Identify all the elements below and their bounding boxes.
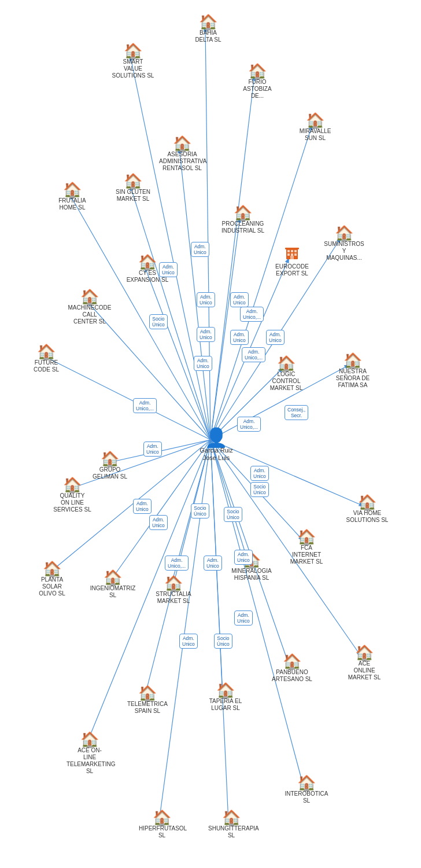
company-node-shungitterapia[interactable]: 🏠SHUNGITTERAPIASL: [208, 810, 254, 839]
company-node-telemetrica[interactable]: 🏠TELEMETRICASPAIN SL: [124, 686, 171, 715]
building-icon: 🏠: [234, 205, 252, 220]
center-node[interactable]: 👤 Garcia RuizJose Luis: [193, 428, 239, 462]
graph-container: 👤 Garcia RuizJose Luis 🏠BAHIADELTA SL🏠SM…: [0, 0, 421, 868]
company-label: BAHIADELTA SL: [195, 30, 221, 43]
company-node-plantasolaro[interactable]: 🏠PLANTASOLAROLIVO SL: [29, 561, 75, 597]
company-node-taperia[interactable]: 🏠TAPERIA ELLUGAR SL: [202, 683, 249, 712]
building-icon: [285, 246, 300, 263]
company-node-bahia[interactable]: 🏠BAHIADELTA SL: [185, 14, 231, 43]
building-icon: 🏠: [335, 226, 353, 241]
company-node-machinecode[interactable]: 🏠MACHINECODECALLCENTER SL: [67, 289, 113, 325]
company-label: SMARTVALUESOLUTIONS SL: [112, 58, 154, 79]
svg-line-3: [211, 75, 254, 440]
building-icon: 🏠: [216, 683, 235, 698]
company-label: PROCLEANINGINDUSTRIAL SL: [221, 220, 264, 234]
building-icon: 🏠: [248, 64, 267, 79]
role-badge-23: Adm.Unico: [204, 556, 222, 571]
svg-rect-40: [285, 248, 299, 249]
company-node-fca[interactable]: 🏠FCAINTERNETMARKET SL: [283, 529, 330, 565]
company-label: FURIOASTOBIZADE...: [243, 79, 271, 100]
company-label: FCAINTERNETMARKET SL: [290, 545, 323, 565]
role-badge-15: Adm.Unico: [250, 466, 269, 481]
company-label: MACHINECODECALLCENTER SL: [68, 304, 111, 325]
company-node-interobotica[interactable]: 🏠INTEROBOTICA SL: [283, 775, 330, 804]
role-badge-20: SocioÚnico: [224, 507, 242, 522]
building-icon: 🏠: [43, 561, 61, 576]
company-label: TELEMETRICASPAIN SL: [127, 701, 168, 715]
role-badge-17: Adm.Unico: [133, 499, 152, 514]
company-node-aceonlinemkt[interactable]: 🏠ACE ON-LINETELEMARKETING SL: [67, 732, 113, 775]
company-label: SIN GLUTENMARKET SL: [116, 189, 150, 203]
svg-rect-39: [290, 256, 294, 259]
person-icon: 👤: [205, 428, 228, 447]
svg-line-4: [211, 124, 312, 440]
company-label: FUTURECODE SL: [34, 359, 59, 373]
building-icon: 🏠: [37, 344, 56, 359]
building-icon: 🏠: [153, 810, 171, 825]
role-badge-2: Adm.Unico: [197, 292, 215, 307]
svg-line-29: [159, 440, 211, 822]
company-label: HIPERFRUTASOLSL: [139, 825, 185, 839]
building-icon: 🏠: [358, 495, 376, 510]
company-node-structalia[interactable]: 🏠STRUCTALIAMARKET SL: [150, 576, 197, 605]
company-node-nuestrasenora[interactable]: 🏠NUESTRASEÑORA DEFATIMA SA: [330, 353, 376, 389]
company-node-suministros[interactable]: 🏠SUMINISTROSYMAQUINAS...: [321, 226, 367, 262]
company-node-frutalia[interactable]: 🏠FRUTALIAHOME SL: [49, 182, 95, 211]
svg-rect-33: [287, 250, 290, 252]
company-label: LOGICCONTROLMARKET SL: [270, 371, 303, 392]
building-icon: 🏠: [63, 182, 82, 197]
company-label: FRUTALIAHOME SL: [58, 197, 86, 211]
building-icon: 🏠: [283, 654, 301, 669]
building-icon: 🏠: [222, 810, 241, 825]
building-icon: 🏠: [80, 289, 99, 304]
building-icon: 🏠: [344, 353, 362, 368]
role-badge-14: Adm.Unico: [143, 442, 162, 457]
company-node-hiperfrutasol[interactable]: 🏠HIPERFRUTASOLSL: [139, 810, 185, 839]
svg-rect-34: [291, 250, 293, 252]
building-icon: 🏠: [104, 570, 122, 585]
company-node-qualityonline[interactable]: 🏠QUALITYON LINESERVICES SL: [49, 477, 95, 513]
company-node-grupogeliman[interactable]: 🏠GRUPOGELIMAN SL: [87, 451, 133, 480]
company-label: VIA HOMESOLUTIONS SL: [346, 510, 389, 524]
role-badge-4: Adm.Unico: [230, 292, 249, 307]
building-icon: 🏠: [138, 686, 157, 701]
role-badge-21: Adm.Unico: [234, 550, 253, 565]
building-icon: 🏠: [173, 136, 191, 151]
role-badge-9: Adm.Unico: [266, 330, 285, 345]
role-badge-8: Adm.Unico,...: [242, 347, 265, 362]
company-node-furio[interactable]: 🏠FURIOASTOBIZADE...: [234, 64, 280, 100]
svg-line-1: [205, 26, 211, 440]
company-node-aceonline[interactable]: 🏠ACEONLINEMARKET SL: [341, 645, 387, 681]
building-icon: 🏠: [199, 14, 217, 30]
building-icon: 🏠: [297, 775, 316, 790]
company-node-viahome[interactable]: 🏠VIA HOMESOLUTIONS SL: [344, 495, 390, 524]
company-label: NUESTRASEÑORA DEFATIMA SA: [336, 368, 370, 389]
company-label: PANBUENOARTESANO SL: [272, 669, 312, 683]
company-label: STRUCTALIAMARKET SL: [156, 591, 191, 605]
building-icon: 🏠: [124, 174, 142, 189]
role-badge-11: Adm.Unico,...: [133, 398, 157, 413]
company-node-procleaning[interactable]: 🏠PROCLEANINGINDUSTRIAL SL: [220, 205, 266, 234]
role-badge-22: Adm.Unico,...: [165, 556, 189, 571]
role-badge-5: Adm.Unico,...: [240, 307, 264, 322]
company-node-smart[interactable]: 🏠SMARTVALUESOLUTIONS SL: [110, 43, 156, 79]
building-icon: 🏠: [277, 356, 296, 371]
company-label: ACEONLINEMARKET SL: [348, 660, 381, 681]
company-node-logic[interactable]: 🏠LOGICCONTROLMARKET SL: [263, 356, 309, 392]
company-label: EUROCODEEXPORT SL: [275, 263, 309, 277]
company-label: TAPERIA ELLUGAR SL: [209, 698, 242, 712]
building-icon: 🏠: [101, 451, 119, 466]
company-node-singluten[interactable]: 🏠SIN GLUTENMARKET SL: [110, 174, 156, 203]
company-node-asesoria[interactable]: 🏠ASESORIAADMINISTRATIVARENTASOL SL: [159, 136, 205, 172]
company-node-ingeniomatriz[interactable]: 🏠INGENIOMATRIZ SL: [90, 570, 136, 599]
company-node-futurecode[interactable]: 🏠FUTURECODE SL: [23, 344, 69, 373]
role-badge-1: Adm.Unico: [159, 262, 178, 277]
svg-line-30: [211, 440, 228, 822]
role-badge-24: Adm.Unico: [234, 610, 253, 626]
company-label: GRUPOGELIMAN SL: [93, 466, 127, 480]
role-badge-7: Adm.Unico: [230, 330, 249, 345]
company-node-panbueno[interactable]: 🏠PANBUENOARTESANO SL: [269, 654, 315, 683]
company-label: ASESORIAADMINISTRATIVARENTASOL SL: [159, 151, 205, 172]
company-node-miravalle[interactable]: 🏠MIRAVALLESUN SL: [292, 113, 338, 142]
company-node-eurocode[interactable]: EUROCODEEXPORT SL: [269, 246, 315, 277]
